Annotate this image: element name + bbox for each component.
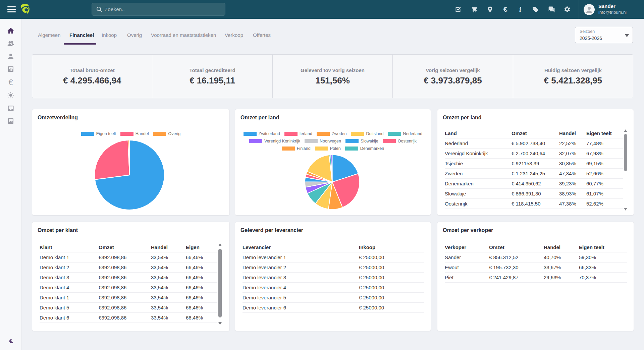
svg-text:i: i [519,6,521,13]
svg-text:€: € [503,6,507,13]
svg-text:€: € [9,79,13,86]
